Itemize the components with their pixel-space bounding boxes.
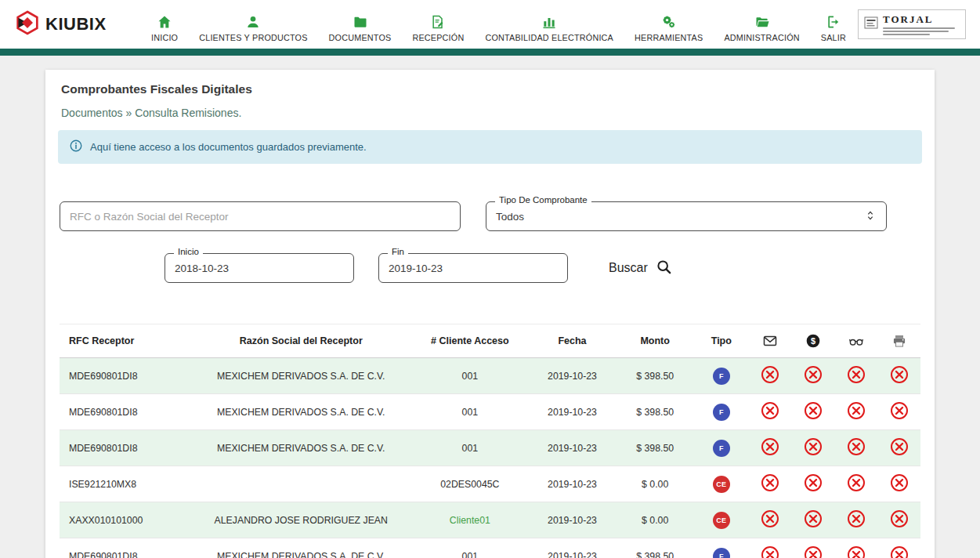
- view-cancel-icon[interactable]: [847, 365, 866, 384]
- cell-fecha: 2019-10-23: [529, 394, 617, 430]
- tipo-comprobante-select[interactable]: Todos: [486, 201, 887, 231]
- search-icon: [656, 259, 673, 278]
- cell-rfc: MDE690801DI8: [60, 394, 190, 430]
- kiubix-emblem-icon: [14, 9, 41, 39]
- documents-table: RFC Receptor Razón Social del Receptor #…: [60, 324, 920, 558]
- nav-item-administracion[interactable]: ADMINISTRACIÓN: [724, 14, 799, 42]
- header-fecha: Fecha: [529, 324, 617, 358]
- charge-cancel-icon[interactable]: [804, 437, 823, 456]
- content-card: Comprobantes Fiscales Digitales Document…: [45, 70, 935, 558]
- email-cancel-icon[interactable]: [761, 437, 779, 456]
- cell-rfc: ISE921210MX8: [60, 466, 190, 502]
- cell-monto: $ 398.50: [616, 430, 694, 466]
- print-cancel-icon[interactable]: [890, 473, 909, 492]
- email-cancel-icon[interactable]: [761, 473, 779, 492]
- kiubix-logo[interactable]: KIUBIX: [14, 9, 139, 39]
- nav-item-clientes-y-productos[interactable]: CLIENTES Y PRODUCTOS: [199, 14, 307, 42]
- charge-cancel-icon[interactable]: [804, 473, 823, 492]
- cell-cliente-acceso: 001: [411, 394, 529, 430]
- unfold-arrows-icon: [864, 209, 877, 224]
- cell-fecha: 2019-10-23: [529, 430, 617, 466]
- cell-fecha: 2019-10-23: [529, 538, 617, 558]
- tipo-badge: CE: [713, 476, 730, 493]
- cell-tipo: F: [694, 394, 749, 430]
- cell-print-action: [877, 430, 920, 466]
- nav-item-inicio[interactable]: INICIO: [151, 14, 178, 42]
- cell-email-action: [749, 358, 792, 394]
- table-header-row: RFC Receptor Razón Social del Receptor #…: [60, 324, 920, 358]
- cell-rfc: MDE690801DI8: [60, 430, 190, 466]
- charge-cancel-icon[interactable]: [804, 509, 823, 528]
- table-row: MDE690801DI8 MEXICHEM DERIVADOS S.A. DE …: [60, 430, 920, 466]
- inicio-label: Inicio: [174, 247, 203, 256]
- charge-cancel-icon[interactable]: [804, 545, 823, 558]
- cell-view-action: [834, 502, 877, 538]
- print-cancel-icon[interactable]: [890, 509, 909, 528]
- nav-label: RECEPCIÓN: [412, 33, 464, 42]
- table-row: MDE690801DI8 MEXICHEM DERIVADOS S.A. DE …: [60, 358, 920, 394]
- header-cliente-acceso: # Cliente Acceso: [411, 324, 529, 358]
- print-cancel-icon[interactable]: [890, 437, 909, 456]
- nav-item-herramientas[interactable]: HERRAMIENTAS: [635, 14, 703, 42]
- logout-icon: [826, 14, 841, 30]
- page-title: Comprobantes Fiscales Digitales: [45, 82, 935, 96]
- nav-item-contabilidad-electronica[interactable]: CONTABILIDAD ELECTRÓNICA: [485, 14, 613, 42]
- view-cancel-icon[interactable]: [847, 473, 866, 492]
- home-icon: [157, 14, 172, 30]
- cell-razon-social: ALEJANDRO JOSE RODRIGUEZ JEAN: [190, 502, 411, 538]
- email-cancel-icon[interactable]: [761, 509, 779, 528]
- view-cancel-icon[interactable]: [847, 437, 866, 456]
- cell-tipo: F: [694, 430, 749, 466]
- table-body: MDE690801DI8 MEXICHEM DERIVADOS S.A. DE …: [60, 358, 920, 558]
- cell-charge-action: [791, 538, 834, 558]
- view-cancel-icon[interactable]: [847, 509, 866, 528]
- cell-fecha: 2019-10-23: [529, 466, 617, 502]
- email-cancel-icon[interactable]: [761, 401, 779, 420]
- cell-fecha: 2019-10-23: [529, 358, 617, 394]
- fin-date-input[interactable]: [378, 253, 568, 283]
- cell-rfc: MDE690801DI8: [60, 538, 190, 558]
- nav-item-recepcion[interactable]: RECEPCIÓN: [412, 14, 464, 42]
- tipo-badge: F: [713, 368, 730, 385]
- buscar-button[interactable]: Buscar: [609, 259, 673, 278]
- tipo-comprobante-value: Todos: [496, 211, 524, 223]
- accent-divider-bar: [0, 49, 980, 56]
- cell-razon-social: MEXICHEM DERIVADOS S.A. DE C.V.: [190, 394, 411, 430]
- nav-label: ADMINISTRACIÓN: [724, 33, 799, 42]
- header-razon-social: Razón Social del Receptor: [190, 324, 411, 358]
- nav-label: INICIO: [151, 33, 178, 42]
- cell-cliente-acceso: 001: [411, 538, 529, 558]
- table-row: MDE690801DI8 MEXICHEM DERIVADOS S.A. DE …: [60, 538, 920, 558]
- inicio-date-input[interactable]: [165, 253, 354, 283]
- print-cancel-icon[interactable]: [890, 401, 909, 420]
- header-printer-icon: [877, 324, 920, 358]
- cell-cliente-acceso: Cliente01: [411, 502, 529, 538]
- print-cancel-icon[interactable]: [890, 545, 909, 558]
- tipo-badge: CE: [713, 512, 730, 529]
- cell-rfc: XAXX010101000: [60, 502, 190, 538]
- tipo-comprobante-label: Tipo De Comprobante: [495, 195, 591, 205]
- cell-cliente-acceso: 02DES0045C: [411, 466, 529, 502]
- cell-monto: $ 398.50: [616, 538, 694, 558]
- view-cancel-icon[interactable]: [847, 401, 866, 420]
- cell-print-action: [877, 538, 920, 558]
- email-cancel-icon[interactable]: [761, 365, 779, 384]
- nav-item-salir[interactable]: SALIR: [821, 14, 846, 42]
- info-icon: [69, 139, 83, 155]
- nav-label: CONTABILIDAD ELECTRÓNICA: [485, 33, 613, 42]
- nav-label: SALIR: [821, 33, 846, 42]
- cell-view-action: [834, 394, 877, 430]
- print-cancel-icon[interactable]: [890, 365, 909, 384]
- email-cancel-icon[interactable]: [761, 545, 779, 558]
- rfc-search-input[interactable]: [60, 201, 461, 231]
- bar-chart-icon: [541, 14, 557, 30]
- charge-cancel-icon[interactable]: [804, 365, 823, 384]
- cell-monto: $ 398.50: [616, 394, 694, 430]
- cell-print-action: [877, 358, 920, 394]
- nav-item-documentos[interactable]: DOCUMENTOS: [329, 14, 392, 42]
- charge-cancel-icon[interactable]: [804, 401, 823, 420]
- brand-name: KIUBIX: [45, 14, 107, 34]
- partner-fine-print: [883, 27, 955, 35]
- open-folder-icon: [754, 14, 770, 30]
- view-cancel-icon[interactable]: [847, 545, 866, 558]
